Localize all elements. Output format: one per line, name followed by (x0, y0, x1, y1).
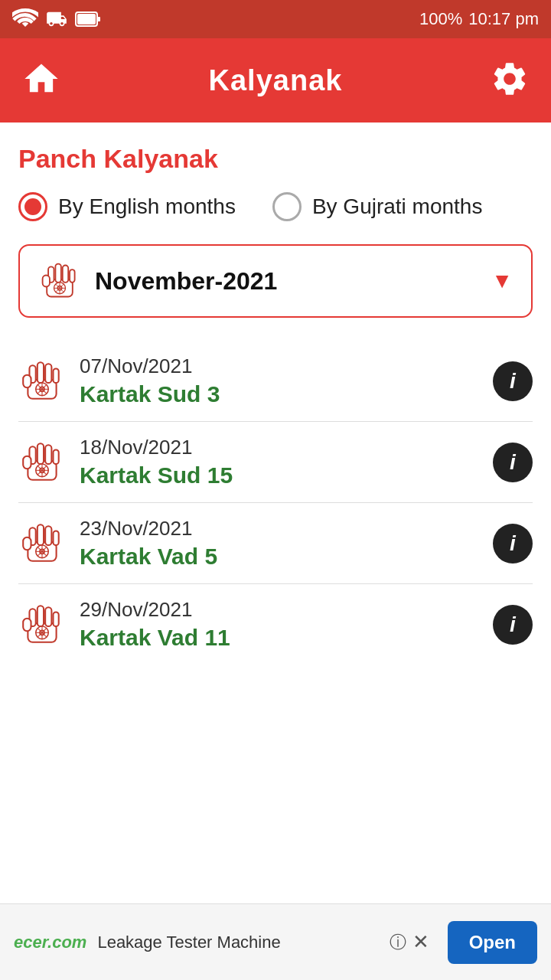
home-icon (21, 59, 61, 99)
main-content: Panch Kalyanak By English months By Gujr… (0, 122, 551, 665)
event-name-2: Kartak Sud 15 (80, 462, 479, 488)
battery-indicator (75, 10, 101, 28)
event-date-3: 23/Nov/2021 (80, 517, 479, 541)
event-text-2: 18/Nov/2021 Kartak Sud 15 (80, 436, 479, 488)
svg-rect-29 (37, 443, 44, 464)
svg-rect-30 (45, 445, 51, 464)
settings-icon (490, 59, 530, 99)
svg-rect-6 (63, 265, 68, 282)
home-button[interactable] (21, 59, 61, 102)
event-name-1: Kartak Sud 3 (80, 381, 479, 407)
battery-percent: 100% (419, 9, 462, 29)
svg-rect-2 (77, 14, 96, 24)
svg-rect-53 (37, 606, 44, 626)
event-date-4: 29/Nov/2021 (80, 598, 479, 622)
jain-hand-icon (38, 260, 81, 302)
ad-open-button[interactable]: Open (448, 921, 537, 964)
app-title: Kalyanak (209, 64, 343, 97)
svg-rect-8 (43, 276, 50, 287)
svg-rect-44 (23, 537, 31, 550)
radio-english-circle (18, 192, 47, 221)
svg-rect-43 (53, 531, 58, 545)
event-text-1: 07/Nov/2021 Kartak Sud 3 (80, 354, 479, 407)
radio-gujrati-months[interactable]: By Gujrati months (272, 192, 483, 221)
ad-text: Leakage Tester Machine (97, 933, 378, 952)
section-title: Panch Kalyanak (18, 144, 533, 174)
svg-rect-19 (53, 368, 58, 383)
ad-logo: ecer.com (14, 933, 86, 952)
svg-rect-17 (37, 362, 44, 383)
info-button-3[interactable]: i (493, 524, 533, 564)
svg-rect-41 (37, 524, 44, 545)
event-name-3: Kartak Vad 5 (80, 544, 479, 570)
dropdown-arrow-icon: ▼ (491, 269, 513, 293)
events-list: 07/Nov/2021 Kartak Sud 3 i (18, 341, 533, 665)
ad-controls: ⓘ ✕ (390, 930, 429, 954)
list-item: 18/Nov/2021 Kartak Sud 15 i (18, 422, 533, 503)
radio-gujrati-circle (272, 192, 302, 221)
svg-rect-56 (23, 618, 31, 631)
app-bar: Kalyanak (0, 38, 551, 122)
month-dropdown[interactable]: November-2021 ▼ (18, 244, 533, 318)
ad-close-button[interactable]: ✕ (412, 930, 429, 954)
svg-rect-20 (23, 374, 31, 387)
event-text-3: 23/Nov/2021 Kartak Vad 5 (80, 517, 479, 570)
radio-english-label: By English months (58, 194, 236, 219)
status-bar: 100% 10:17 pm (0, 0, 551, 38)
list-item: 23/Nov/2021 Kartak Vad 5 i (18, 503, 533, 584)
svg-rect-1 (97, 17, 100, 21)
wifi-icon (12, 8, 38, 30)
info-button-4[interactable]: i (493, 605, 533, 645)
radio-english-months[interactable]: By English months (18, 192, 236, 221)
event-text-4: 29/Nov/2021 Kartak Vad 11 (80, 598, 479, 651)
svg-rect-32 (23, 456, 31, 469)
list-item: 29/Nov/2021 Kartak Vad 11 i (18, 584, 533, 665)
radio-group: By English months By Gujrati months (18, 192, 533, 221)
svg-rect-18 (45, 364, 51, 383)
svg-rect-54 (45, 607, 51, 626)
status-bar-left (12, 8, 101, 30)
svg-rect-55 (53, 612, 58, 626)
event-date-1: 07/Nov/2021 (80, 354, 479, 378)
time-display: 10:17 pm (468, 9, 539, 29)
event-name-4: Kartak Vad 11 (80, 625, 479, 651)
svg-rect-42 (45, 526, 51, 545)
list-item: 07/Nov/2021 Kartak Sud 3 i (18, 341, 533, 422)
jain-hand-icon (18, 439, 66, 486)
info-button-1[interactable]: i (493, 361, 533, 401)
radio-gujrati-label: By Gujrati months (312, 194, 483, 219)
svg-rect-31 (53, 449, 58, 464)
status-bar-right: 100% 10:17 pm (419, 9, 539, 29)
svg-rect-5 (55, 264, 60, 283)
jain-hand-icon (18, 601, 66, 648)
bag-icon (46, 8, 67, 30)
svg-rect-7 (70, 270, 75, 283)
dropdown-value: November-2021 (95, 267, 478, 296)
settings-button[interactable] (490, 59, 530, 102)
ad-banner: ecer.com Leakage Tester Machine ⓘ ✕ Open (0, 903, 551, 980)
event-date-2: 18/Nov/2021 (80, 436, 479, 459)
jain-hand-icon (18, 520, 66, 567)
info-button-2[interactable]: i (493, 443, 533, 482)
jain-hand-icon (18, 358, 66, 405)
ad-info-icon[interactable]: ⓘ (390, 931, 406, 954)
